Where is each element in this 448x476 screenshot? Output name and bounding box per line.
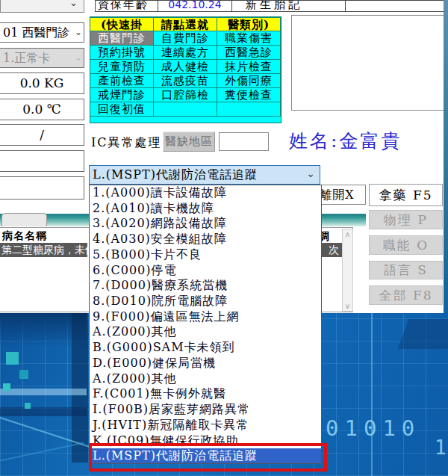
occupational-therapy-button: 職能 O [369, 235, 443, 255]
dropdown-option[interactable]: 1.(A000)讀卡設備故障 [90, 185, 321, 201]
scroll-down-icon[interactable]: ∨ [343, 301, 352, 311]
dropdown-option[interactable]: F.(C001)無卡例外就醫 [90, 386, 321, 402]
dropdown-option[interactable]: I.(F00B)居家藍芽網路異常 [90, 402, 321, 418]
quick-panel-row: 西醫門診 自費門診 職業傷害 [90, 31, 281, 46]
chevron-down-icon: ⌄ [75, 23, 82, 42]
background-decoration [25, 403, 31, 409]
quick-registration-panel: (快速掛請點選就醫類別) 西醫門診 自費門診 職業傷害 預約掛號 連續處方 西醫… [90, 16, 281, 123]
background-decoration [6, 352, 19, 365]
empty-field[interactable] [0, 150, 84, 172]
disease-row-col2[interactable]: 次 [320, 243, 342, 257]
ic-code-input[interactable] [219, 132, 269, 151]
background-binary-digits: 01010 [326, 415, 420, 441]
disease-row[interactable]: 第二型糖尿病，未伴 [0, 243, 87, 257]
dropdown-option[interactable]: 7.(D000)醫療系統當機 [90, 278, 321, 294]
quick-link-cell[interactable]: 職業傷害 [217, 31, 281, 46]
top-bar-empty-cell [345, 0, 445, 12]
ic-error-selected-value: L.(MSPT)代謝防治電話追蹤 [93, 167, 258, 182]
dropdown-option[interactable]: A.(Z000)其他 [90, 371, 321, 387]
clinic-type-combobox[interactable]: 01 西醫門診 ⌄ [0, 22, 84, 43]
blood-pressure-field[interactable]: / [0, 124, 84, 146]
card-status-label: 1.正常卡 [3, 51, 50, 65]
quick-link-cell[interactable]: 西醫門診 [90, 31, 154, 46]
dropdown-option[interactable]: B.(G000)SAM卡未領到 [90, 340, 321, 356]
background-decoration [72, 313, 88, 463]
background-decoration [0, 389, 87, 395]
quick-link-cell[interactable] [154, 102, 217, 117]
background-decoration [371, 313, 373, 476]
weight-field[interactable]: 0.0 KG [0, 72, 84, 94]
quick-link-cell[interactable]: 連續處方 [154, 46, 217, 60]
quick-panel-row: 產前檢查 流感疫苗 外傷同療 [90, 74, 281, 88]
quick-panel-row: 兒童預防 成人健檢 抹片檢查 [90, 60, 281, 74]
app-window: 01010 1 ⌄ 資保年齡 042.10.24 新生胎記 01 西醫門診 ⌄ … [0, 0, 448, 476]
disease-tab[interactable] [1, 213, 47, 226]
ic-error-dropdown-list: 1.(A000)讀卡設備故障2.(A010)讀卡機故障3.(A020)網路設備故… [89, 185, 322, 464]
annotation-highlight-box [89, 443, 327, 472]
quick-panel-row: 戒煙門診 口腔篩檢 糞便檢查 [90, 88, 281, 102]
dropdown-option[interactable]: 3.(A020)網路設備故障 [90, 216, 321, 232]
dropdown-option[interactable]: 2.(A010)讀卡機故障 [90, 201, 321, 217]
dropdown-option[interactable]: D.(E000)健保局當機 [90, 356, 321, 371]
birth-date-value: 042.10.24 [158, 0, 232, 12]
dropdown-option[interactable]: A.(Z000)其他 [90, 324, 321, 340]
speech-therapy-button: 語言 S [369, 261, 443, 279]
dropdown-option[interactable]: 6.(C000)停電 [90, 263, 321, 279]
background-decoration [19, 370, 28, 379]
dropdown-option[interactable]: 5.(B000)卡片不良 [90, 247, 321, 263]
quick-link-cell[interactable]: 自費門診 [154, 31, 217, 46]
quick-panel-row: 回復初值 [90, 102, 281, 117]
background-decoration [0, 407, 87, 416]
newborn-note-label: 新生胎記 [231, 0, 346, 12]
dropdown-option[interactable]: 9.(F000)偏遠區無法上網 [90, 309, 321, 325]
quick-panel-header-cell: (快速掛 [90, 17, 154, 31]
all-button: 全部 F8 [369, 285, 443, 305]
dropdown-option[interactable]: J.(HVIT)新冠隔離取卡異常 [90, 418, 321, 433]
background-binary-digit: 1 [435, 436, 447, 459]
quick-link-cell[interactable]: 外傷同療 [217, 74, 281, 88]
quick-panel-body: 西醫門診 自費門診 職業傷害 預約掛號 連續處方 西醫急診 兒童預防 成人健檢 … [90, 31, 281, 117]
insurance-age-label: 資保年齡 [95, 0, 158, 12]
quick-link-cell[interactable]: 回復初值 [90, 102, 154, 117]
quick-link-cell[interactable]: 成人健檢 [154, 60, 217, 74]
quick-link-cell[interactable]: 流感疫苗 [154, 74, 217, 88]
quick-link-cell[interactable]: 抹片檢查 [217, 60, 281, 74]
chevron-down-icon: ⌄ [75, 49, 82, 67]
get-medicine-button[interactable]: 拿藥 F5 [369, 184, 443, 206]
quick-link-cell[interactable] [217, 102, 281, 117]
quick-link-cell[interactable]: 產前檢查 [90, 74, 154, 88]
quick-panel-header-cell: 醫類別) [217, 17, 281, 31]
empty-field[interactable] [0, 176, 84, 200]
background-decoration [3, 383, 10, 391]
ic-abnormal-label: IC異常處理 [91, 135, 162, 151]
quick-link-cell[interactable]: 糞便檢查 [217, 88, 281, 102]
quick-link-cell[interactable]: 預約掛號 [90, 46, 154, 60]
ic-error-combobox[interactable]: L.(MSPT)代謝防治電話追蹤 ⌄ [89, 165, 320, 185]
chevron-down-icon: ⌄ [306, 164, 316, 182]
memo-box[interactable] [291, 15, 444, 111]
quick-panel-header: (快速掛請點選就醫類別) [90, 17, 281, 31]
disease-name-column-header: 病名名稱 [2, 229, 47, 243]
top-left-dropdown[interactable]: ⌄ [0, 0, 84, 13]
quick-panel-header-cell: 請點選就 [154, 17, 217, 31]
quick-panel-row: 預約掛號 連續處方 西醫急診 [90, 46, 281, 60]
temperature-field[interactable]: 0.0 ℃ [0, 99, 84, 120]
dropdown-option[interactable]: 8.(D010)院所電腦故障 [90, 294, 321, 309]
card-status-combobox: 1.正常卡 ⌄ [0, 48, 84, 68]
chevron-down-icon: ⌄ [69, 0, 78, 8]
quick-link-cell[interactable]: 西醫急診 [217, 46, 281, 60]
window-right-edge [444, 0, 448, 313]
clinic-type-label: 01 西醫門診 [3, 25, 69, 40]
quick-link-cell[interactable]: 戒煙門診 [90, 88, 154, 102]
quick-link-cell[interactable]: 口腔篩檢 [154, 88, 217, 102]
disease-list-scrollbar[interactable]: ∧ ∨ [342, 229, 353, 312]
remote-area-button: 醫缺地區 [163, 132, 215, 152]
dropdown-option[interactable]: 4.(A030)安全模組故障 [90, 232, 321, 247]
patient-name: 姓名:金富貴 [289, 129, 402, 153]
quick-link-cell[interactable]: 兒童預防 [90, 60, 154, 74]
physical-therapy-button: 物理 P [369, 210, 443, 229]
scroll-up-icon[interactable]: ∧ [343, 229, 352, 239]
